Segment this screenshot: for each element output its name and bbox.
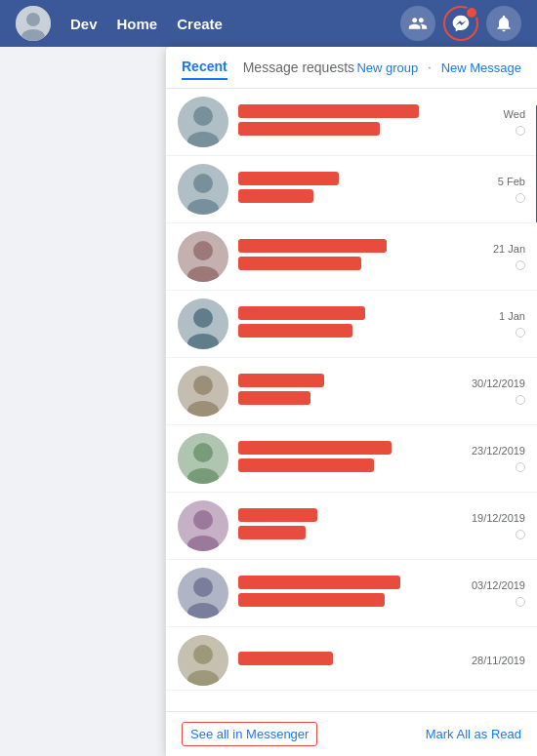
top-navigation: Dev Home Create <box>0 0 537 47</box>
nav-dev[interactable]: Dev <box>70 16 98 32</box>
messages-dropdown: Recent Message requests New group · New … <box>166 47 537 756</box>
message-date: 5 Feb <box>498 176 525 187</box>
message-content <box>238 306 491 341</box>
message-item[interactable]: 19/12/2019 <box>166 493 537 560</box>
svg-point-25 <box>193 577 213 597</box>
message-status-dot <box>516 597 525 607</box>
new-message-link[interactable]: New Message <box>441 60 521 75</box>
avatar <box>178 164 228 215</box>
avatar <box>178 97 228 147</box>
panel-actions: New group · New Message <box>356 60 521 75</box>
message-preview-redacted <box>238 189 313 203</box>
message-name-redacted <box>238 306 365 320</box>
svg-point-22 <box>193 510 213 530</box>
message-content <box>238 652 464 669</box>
message-content <box>238 508 464 543</box>
people-icon-button[interactable] <box>400 6 435 41</box>
message-name-redacted <box>238 508 317 522</box>
message-content <box>238 104 496 139</box>
message-item[interactable]: 1 Jan <box>166 291 537 358</box>
message-content <box>238 172 490 207</box>
message-item[interactable]: 23/12/2019 <box>166 425 537 493</box>
message-date: 03/12/2019 <box>472 579 525 591</box>
see-all-messenger-link[interactable]: See all in Messenger <box>182 722 317 746</box>
svg-point-13 <box>193 308 213 328</box>
message-meta: 30/12/2019 <box>472 378 525 405</box>
message-name-redacted <box>238 441 392 455</box>
message-status-dot <box>516 328 525 338</box>
message-item[interactable]: 28/11/2019 <box>166 627 537 691</box>
message-meta: 1 Jan <box>499 310 525 338</box>
mark-all-read-link[interactable]: Mark All as Read <box>426 727 521 741</box>
message-list: Wed 5 Feb <box>166 89 537 711</box>
message-content <box>238 239 485 274</box>
message-name-redacted <box>238 104 419 118</box>
tab-recent[interactable]: Recent <box>182 55 227 80</box>
tab-message-requests[interactable]: Message requests <box>243 56 354 79</box>
message-status-dot <box>516 530 525 539</box>
svg-point-4 <box>193 106 213 126</box>
message-preview-redacted <box>238 458 374 472</box>
avatar <box>178 298 228 349</box>
panel-header: Recent Message requests New group · New … <box>166 47 537 89</box>
message-name-redacted <box>238 374 324 387</box>
user-avatar[interactable] <box>16 6 51 41</box>
svg-point-10 <box>193 241 213 260</box>
message-meta: 5 Feb <box>498 176 525 203</box>
message-item[interactable]: 03/12/2019 <box>166 560 537 627</box>
message-date: 23/12/2019 <box>472 445 525 457</box>
message-item[interactable]: Wed <box>166 89 537 156</box>
message-content <box>238 374 464 409</box>
message-content <box>238 576 464 611</box>
message-item[interactable]: 30/12/2019 <box>166 358 537 425</box>
svg-point-19 <box>193 443 213 462</box>
nav-create[interactable]: Create <box>177 16 223 32</box>
message-date: Wed <box>504 108 525 120</box>
message-date: 28/11/2019 <box>472 655 525 666</box>
separator: · <box>428 60 431 74</box>
message-name-redacted <box>238 576 400 589</box>
message-content <box>238 441 464 476</box>
message-name-redacted <box>238 172 339 185</box>
svg-point-7 <box>193 174 213 193</box>
svg-point-1 <box>26 13 40 26</box>
message-item[interactable]: 21 Jan <box>166 223 537 291</box>
message-meta: 23/12/2019 <box>472 445 525 472</box>
message-date: 19/12/2019 <box>472 512 525 524</box>
message-status-dot <box>516 260 525 270</box>
message-preview-redacted <box>238 391 310 405</box>
message-name-redacted <box>238 652 333 665</box>
message-meta: Wed <box>504 108 525 136</box>
notifications-icon-button[interactable] <box>486 6 521 41</box>
message-preview-redacted <box>238 122 380 136</box>
message-date: 21 Jan <box>493 243 525 255</box>
message-preview-redacted <box>238 324 352 338</box>
message-meta: 21 Jan <box>493 243 525 270</box>
nav-links: Dev Home Create <box>70 16 381 32</box>
nav-icon-group <box>400 6 521 41</box>
svg-point-16 <box>193 376 213 395</box>
message-status-dot <box>516 193 525 203</box>
svg-point-28 <box>193 645 213 664</box>
message-item[interactable]: 5 Feb <box>166 156 537 223</box>
message-status-dot <box>516 462 525 472</box>
avatar <box>178 366 228 417</box>
message-status-dot <box>516 395 525 405</box>
message-date: 1 Jan <box>499 310 525 322</box>
avatar <box>178 433 228 484</box>
message-preview-redacted <box>238 593 385 607</box>
nav-home[interactable]: Home <box>117 16 158 32</box>
message-preview-redacted <box>238 526 306 539</box>
messenger-icon-button[interactable] <box>443 6 478 41</box>
message-name-redacted <box>238 239 387 253</box>
message-date: 30/12/2019 <box>472 378 525 389</box>
avatar <box>178 635 228 686</box>
message-status-dot <box>516 126 525 136</box>
avatar <box>178 568 228 618</box>
panel-footer: See all in Messenger Mark All as Read <box>166 711 537 756</box>
avatar <box>178 500 228 551</box>
avatar <box>178 231 228 282</box>
message-meta: 03/12/2019 <box>472 579 525 607</box>
new-group-link[interactable]: New group <box>356 60 418 75</box>
message-meta: 19/12/2019 <box>472 512 525 539</box>
